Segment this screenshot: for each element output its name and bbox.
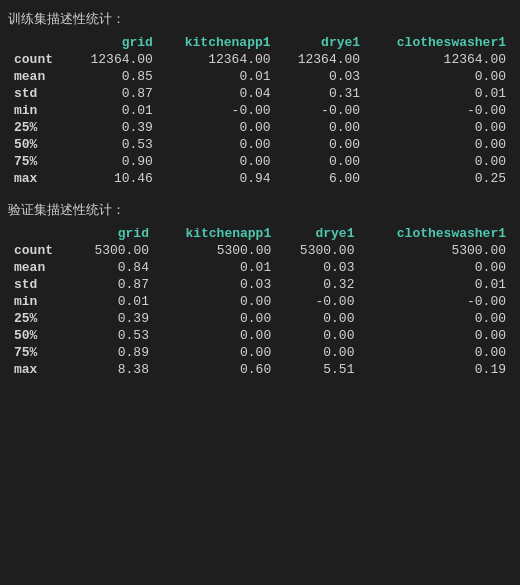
cell-kitchenapp1: 0.94 bbox=[159, 170, 277, 187]
cell-drye1: -0.00 bbox=[277, 293, 360, 310]
cell-clotheswasher1: 0.00 bbox=[360, 344, 512, 361]
section2-col-header-drye1: drye1 bbox=[277, 225, 360, 242]
table-row: min 0.01 -0.00 -0.00 -0.00 bbox=[8, 102, 512, 119]
cell-clotheswasher1: 0.01 bbox=[360, 276, 512, 293]
cell-grid: 0.87 bbox=[72, 276, 155, 293]
cell-kitchenapp1: 0.00 bbox=[155, 327, 277, 344]
section2-col-header-grid: grid bbox=[72, 225, 155, 242]
cell-grid: 0.87 bbox=[69, 85, 159, 102]
cell-drye1: 0.00 bbox=[277, 344, 360, 361]
cell-clotheswasher1: 0.00 bbox=[366, 153, 512, 170]
table-row: 25% 0.39 0.00 0.00 0.00 bbox=[8, 310, 512, 327]
section1-col-header-kitchenapp1: kitchenapp1 bbox=[159, 34, 277, 51]
table-row: 50% 0.53 0.00 0.00 0.00 bbox=[8, 327, 512, 344]
table-row: 75% 0.89 0.00 0.00 0.00 bbox=[8, 344, 512, 361]
cell-grid: 12364.00 bbox=[69, 51, 159, 68]
section2-title: 验证集描述性统计： bbox=[8, 201, 512, 219]
table-row: 75% 0.90 0.00 0.00 0.00 bbox=[8, 153, 512, 170]
row-label: max bbox=[8, 361, 72, 378]
table-row: count 12364.00 12364.00 12364.00 12364.0… bbox=[8, 51, 512, 68]
cell-kitchenapp1: 0.00 bbox=[155, 293, 277, 310]
cell-kitchenapp1: 0.00 bbox=[159, 153, 277, 170]
row-label: count bbox=[8, 242, 72, 259]
row-label: max bbox=[8, 170, 69, 187]
cell-grid: 0.84 bbox=[72, 259, 155, 276]
cell-drye1: 0.32 bbox=[277, 276, 360, 293]
cell-drye1: 0.00 bbox=[277, 153, 367, 170]
cell-kitchenapp1: 0.00 bbox=[155, 310, 277, 327]
section2: 验证集描述性统计： grid kitchenapp1 drye1 clothes… bbox=[8, 201, 512, 378]
cell-kitchenapp1: 0.00 bbox=[155, 344, 277, 361]
cell-clotheswasher1: 0.25 bbox=[366, 170, 512, 187]
table-row: std 0.87 0.03 0.32 0.01 bbox=[8, 276, 512, 293]
section1-col-header-grid: grid bbox=[69, 34, 159, 51]
row-label: count bbox=[8, 51, 69, 68]
section1-table: grid kitchenapp1 drye1 clotheswasher1 co… bbox=[8, 34, 512, 187]
cell-grid: 10.46 bbox=[69, 170, 159, 187]
cell-drye1: 0.00 bbox=[277, 119, 367, 136]
row-label: mean bbox=[8, 259, 72, 276]
cell-kitchenapp1: 0.00 bbox=[159, 119, 277, 136]
section1: 训练集描述性统计： grid kitchenapp1 drye1 clothes… bbox=[8, 10, 512, 187]
cell-clotheswasher1: 0.00 bbox=[366, 68, 512, 85]
section2-col-header-kitchenapp1: kitchenapp1 bbox=[155, 225, 277, 242]
section1-col-header-empty bbox=[8, 34, 69, 51]
row-label: std bbox=[8, 85, 69, 102]
cell-drye1: 0.03 bbox=[277, 68, 367, 85]
cell-clotheswasher1: 0.00 bbox=[360, 327, 512, 344]
row-label: 25% bbox=[8, 310, 72, 327]
cell-kitchenapp1: 5300.00 bbox=[155, 242, 277, 259]
cell-grid: 8.38 bbox=[72, 361, 155, 378]
cell-kitchenapp1: 0.03 bbox=[155, 276, 277, 293]
cell-kitchenapp1: 0.00 bbox=[159, 136, 277, 153]
table-row: mean 0.85 0.01 0.03 0.00 bbox=[8, 68, 512, 85]
row-label: 50% bbox=[8, 136, 69, 153]
row-label: 25% bbox=[8, 119, 69, 136]
cell-grid: 0.39 bbox=[69, 119, 159, 136]
section1-col-header-drye1: drye1 bbox=[277, 34, 367, 51]
cell-kitchenapp1: 0.60 bbox=[155, 361, 277, 378]
table-row: 25% 0.39 0.00 0.00 0.00 bbox=[8, 119, 512, 136]
cell-grid: 0.01 bbox=[72, 293, 155, 310]
cell-drye1: 0.00 bbox=[277, 136, 367, 153]
cell-clotheswasher1: 0.00 bbox=[360, 310, 512, 327]
cell-kitchenapp1: 0.01 bbox=[155, 259, 277, 276]
cell-drye1: 0.00 bbox=[277, 310, 360, 327]
cell-clotheswasher1: 0.19 bbox=[360, 361, 512, 378]
cell-clotheswasher1: 5300.00 bbox=[360, 242, 512, 259]
cell-grid: 0.85 bbox=[69, 68, 159, 85]
cell-grid: 0.89 bbox=[72, 344, 155, 361]
section1-col-header-clotheswasher1: clotheswasher1 bbox=[366, 34, 512, 51]
row-label: 50% bbox=[8, 327, 72, 344]
section2-col-header-clotheswasher1: clotheswasher1 bbox=[360, 225, 512, 242]
row-label: std bbox=[8, 276, 72, 293]
table-row: mean 0.84 0.01 0.03 0.00 bbox=[8, 259, 512, 276]
table-row: max 10.46 0.94 6.00 0.25 bbox=[8, 170, 512, 187]
cell-clotheswasher1: 0.00 bbox=[366, 119, 512, 136]
cell-clotheswasher1: 0.00 bbox=[360, 259, 512, 276]
cell-kitchenapp1: -0.00 bbox=[159, 102, 277, 119]
cell-clotheswasher1: -0.00 bbox=[366, 102, 512, 119]
table-row: count 5300.00 5300.00 5300.00 5300.00 bbox=[8, 242, 512, 259]
table-row: 50% 0.53 0.00 0.00 0.00 bbox=[8, 136, 512, 153]
table-row: min 0.01 0.00 -0.00 -0.00 bbox=[8, 293, 512, 310]
cell-clotheswasher1: -0.00 bbox=[360, 293, 512, 310]
cell-grid: 0.90 bbox=[69, 153, 159, 170]
section2-table: grid kitchenapp1 drye1 clotheswasher1 co… bbox=[8, 225, 512, 378]
cell-clotheswasher1: 0.00 bbox=[366, 136, 512, 153]
cell-drye1: 0.31 bbox=[277, 85, 367, 102]
cell-clotheswasher1: 12364.00 bbox=[366, 51, 512, 68]
cell-drye1: -0.00 bbox=[277, 102, 367, 119]
cell-drye1: 0.00 bbox=[277, 327, 360, 344]
cell-drye1: 0.03 bbox=[277, 259, 360, 276]
cell-kitchenapp1: 0.04 bbox=[159, 85, 277, 102]
cell-grid: 0.01 bbox=[69, 102, 159, 119]
cell-grid: 0.53 bbox=[69, 136, 159, 153]
row-label: min bbox=[8, 102, 69, 119]
row-label: 75% bbox=[8, 153, 69, 170]
cell-grid: 5300.00 bbox=[72, 242, 155, 259]
cell-drye1: 5300.00 bbox=[277, 242, 360, 259]
section2-header-row: grid kitchenapp1 drye1 clotheswasher1 bbox=[8, 225, 512, 242]
row-label: min bbox=[8, 293, 72, 310]
row-label: 75% bbox=[8, 344, 72, 361]
